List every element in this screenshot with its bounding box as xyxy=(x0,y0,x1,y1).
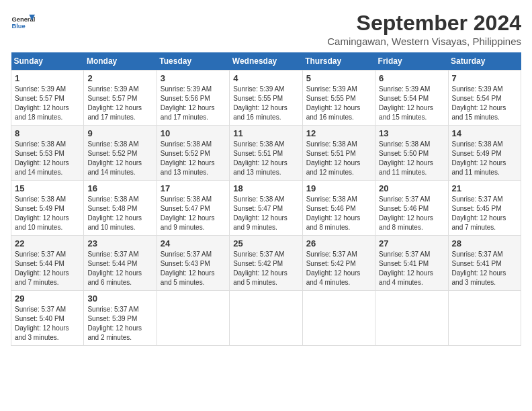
day-number: 28 xyxy=(452,238,517,248)
day-info: Sunrise: 5:38 AMSunset: 5:47 PMDaylight:… xyxy=(161,195,226,232)
day-info: Sunrise: 5:38 AMSunset: 5:52 PMDaylight:… xyxy=(87,140,152,177)
day-info: Sunrise: 5:37 AMSunset: 5:46 PMDaylight:… xyxy=(379,195,444,232)
day-info: Sunrise: 5:37 AMSunset: 5:39 PMDaylight:… xyxy=(87,305,152,342)
day-info: Sunrise: 5:38 AMSunset: 5:52 PMDaylight:… xyxy=(161,140,226,177)
column-header-thursday: Thursday xyxy=(302,52,375,71)
day-info: Sunrise: 5:38 AMSunset: 5:51 PMDaylight:… xyxy=(306,140,371,177)
day-cell: 5Sunrise: 5:39 AMSunset: 5:55 PMDaylight… xyxy=(302,71,375,126)
day-cell: 4Sunrise: 5:39 AMSunset: 5:55 PMDaylight… xyxy=(230,71,302,126)
day-cell: 19Sunrise: 5:38 AMSunset: 5:46 PMDayligh… xyxy=(302,181,375,236)
column-header-tuesday: Tuesday xyxy=(157,52,229,71)
day-number: 26 xyxy=(306,238,371,248)
day-number: 17 xyxy=(161,183,226,193)
day-cell: 9Sunrise: 5:38 AMSunset: 5:52 PMDaylight… xyxy=(84,126,157,181)
day-info: Sunrise: 5:38 AMSunset: 5:51 PMDaylight:… xyxy=(233,140,298,177)
day-info: Sunrise: 5:37 AMSunset: 5:41 PMDaylight:… xyxy=(452,250,517,287)
page-header: General Blue September 2024 Camingawan, … xyxy=(11,11,521,47)
day-cell: 30Sunrise: 5:37 AMSunset: 5:39 PMDayligh… xyxy=(84,291,157,346)
day-cell xyxy=(375,291,448,346)
day-number: 10 xyxy=(161,128,226,138)
day-number: 27 xyxy=(379,238,444,248)
day-cell: 25Sunrise: 5:37 AMSunset: 5:42 PMDayligh… xyxy=(230,236,302,291)
day-info: Sunrise: 5:38 AMSunset: 5:53 PMDaylight:… xyxy=(15,140,80,177)
day-cell: 18Sunrise: 5:38 AMSunset: 5:47 PMDayligh… xyxy=(230,181,302,236)
day-number: 25 xyxy=(233,238,298,248)
day-number: 21 xyxy=(452,183,517,193)
day-cell: 12Sunrise: 5:38 AMSunset: 5:51 PMDayligh… xyxy=(302,126,375,181)
day-info: Sunrise: 5:38 AMSunset: 5:48 PMDaylight:… xyxy=(87,195,152,232)
day-info: Sunrise: 5:38 AMSunset: 5:47 PMDaylight:… xyxy=(233,195,298,232)
day-cell: 29Sunrise: 5:37 AMSunset: 5:40 PMDayligh… xyxy=(11,291,84,346)
day-info: Sunrise: 5:37 AMSunset: 5:44 PMDaylight:… xyxy=(87,250,152,287)
day-info: Sunrise: 5:37 AMSunset: 5:45 PMDaylight:… xyxy=(452,195,517,232)
column-header-friday: Friday xyxy=(375,52,448,71)
day-number: 8 xyxy=(15,128,80,138)
week-row-3: 15Sunrise: 5:38 AMSunset: 5:49 PMDayligh… xyxy=(11,181,521,236)
day-cell xyxy=(157,291,229,346)
day-cell: 13Sunrise: 5:38 AMSunset: 5:50 PMDayligh… xyxy=(375,126,448,181)
week-row-5: 29Sunrise: 5:37 AMSunset: 5:40 PMDayligh… xyxy=(11,291,521,346)
column-header-sunday: Sunday xyxy=(11,52,84,71)
day-info: Sunrise: 5:39 AMSunset: 5:56 PMDaylight:… xyxy=(161,85,226,122)
day-number: 23 xyxy=(87,238,152,248)
day-number: 13 xyxy=(379,128,444,138)
column-header-wednesday: Wednesday xyxy=(230,52,302,71)
day-cell xyxy=(302,291,375,346)
day-number: 14 xyxy=(452,128,517,138)
day-cell: 3Sunrise: 5:39 AMSunset: 5:56 PMDaylight… xyxy=(157,71,229,126)
day-cell: 8Sunrise: 5:38 AMSunset: 5:53 PMDaylight… xyxy=(11,126,84,181)
day-cell: 16Sunrise: 5:38 AMSunset: 5:48 PMDayligh… xyxy=(84,181,157,236)
calendar-table: SundayMondayTuesdayWednesdayThursdayFrid… xyxy=(11,52,521,346)
day-number: 24 xyxy=(161,238,226,248)
day-cell: 17Sunrise: 5:38 AMSunset: 5:47 PMDayligh… xyxy=(157,181,229,236)
day-number: 1 xyxy=(15,73,80,83)
day-number: 22 xyxy=(15,238,80,248)
day-number: 6 xyxy=(379,73,444,83)
day-number: 19 xyxy=(306,183,371,193)
day-number: 3 xyxy=(161,73,226,83)
day-number: 20 xyxy=(379,183,444,193)
day-info: Sunrise: 5:37 AMSunset: 5:43 PMDaylight:… xyxy=(161,250,226,287)
day-info: Sunrise: 5:39 AMSunset: 5:57 PMDaylight:… xyxy=(87,85,152,122)
day-cell: 11Sunrise: 5:38 AMSunset: 5:51 PMDayligh… xyxy=(230,126,302,181)
day-cell xyxy=(448,291,521,346)
day-number: 9 xyxy=(87,128,152,138)
day-cell: 21Sunrise: 5:37 AMSunset: 5:45 PMDayligh… xyxy=(448,181,521,236)
title-area: September 2024 Camingawan, Western Visay… xyxy=(327,11,521,47)
column-header-saturday: Saturday xyxy=(448,52,521,71)
week-row-2: 8Sunrise: 5:38 AMSunset: 5:53 PMDaylight… xyxy=(11,126,521,181)
day-info: Sunrise: 5:37 AMSunset: 5:41 PMDaylight:… xyxy=(379,250,444,287)
day-info: Sunrise: 5:38 AMSunset: 5:49 PMDaylight:… xyxy=(452,140,517,177)
day-number: 2 xyxy=(87,73,152,83)
day-cell: 7Sunrise: 5:39 AMSunset: 5:54 PMDaylight… xyxy=(448,71,521,126)
day-info: Sunrise: 5:38 AMSunset: 5:46 PMDaylight:… xyxy=(306,195,371,232)
day-number: 30 xyxy=(87,293,152,304)
day-info: Sunrise: 5:37 AMSunset: 5:42 PMDaylight:… xyxy=(306,250,371,287)
logo: General Blue xyxy=(11,11,35,35)
day-cell: 20Sunrise: 5:37 AMSunset: 5:46 PMDayligh… xyxy=(375,181,448,236)
week-row-1: 1Sunrise: 5:39 AMSunset: 5:57 PMDaylight… xyxy=(11,71,521,126)
day-info: Sunrise: 5:37 AMSunset: 5:40 PMDaylight:… xyxy=(15,305,80,342)
day-cell: 10Sunrise: 5:38 AMSunset: 5:52 PMDayligh… xyxy=(157,126,229,181)
day-cell: 26Sunrise: 5:37 AMSunset: 5:42 PMDayligh… xyxy=(302,236,375,291)
day-number: 7 xyxy=(452,73,517,83)
day-info: Sunrise: 5:39 AMSunset: 5:54 PMDaylight:… xyxy=(452,85,517,122)
day-info: Sunrise: 5:39 AMSunset: 5:55 PMDaylight:… xyxy=(233,85,298,122)
day-number: 4 xyxy=(233,73,298,83)
day-cell: 1Sunrise: 5:39 AMSunset: 5:57 PMDaylight… xyxy=(11,71,84,126)
svg-text:Blue: Blue xyxy=(11,23,25,30)
day-info: Sunrise: 5:39 AMSunset: 5:54 PMDaylight:… xyxy=(379,85,444,122)
location-title: Camingawan, Western Visayas, Philippines xyxy=(327,36,521,47)
day-cell: 14Sunrise: 5:38 AMSunset: 5:49 PMDayligh… xyxy=(448,126,521,181)
day-number: 18 xyxy=(233,183,298,193)
day-info: Sunrise: 5:38 AMSunset: 5:49 PMDaylight:… xyxy=(15,195,80,232)
day-number: 15 xyxy=(15,183,80,193)
day-cell: 2Sunrise: 5:39 AMSunset: 5:57 PMDaylight… xyxy=(84,71,157,126)
day-cell: 28Sunrise: 5:37 AMSunset: 5:41 PMDayligh… xyxy=(448,236,521,291)
column-headers: SundayMondayTuesdayWednesdayThursdayFrid… xyxy=(11,52,521,71)
week-row-4: 22Sunrise: 5:37 AMSunset: 5:44 PMDayligh… xyxy=(11,236,521,291)
day-number: 12 xyxy=(306,128,371,138)
day-number: 29 xyxy=(15,293,80,304)
day-cell: 6Sunrise: 5:39 AMSunset: 5:54 PMDaylight… xyxy=(375,71,448,126)
day-number: 16 xyxy=(87,183,152,193)
